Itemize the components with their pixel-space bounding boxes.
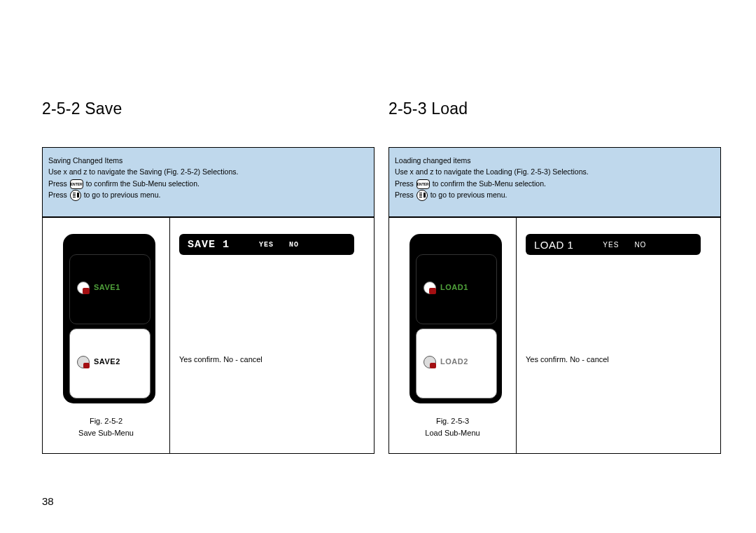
bar-option-no: NO [289,241,299,249]
save-slot-2: SAVE2 [69,328,150,399]
info-line: Press to go to previous menu. [48,189,368,201]
text: to confirm the Sub-Menu selection. [86,179,200,188]
load-slot-1: LOAD1 [416,254,497,324]
bar-option-yes: YES [603,241,619,249]
info-box-save: Saving Changed Items Use x and z to navi… [42,147,374,217]
bar-title: SAVE 1 [188,239,230,251]
text: to go to previous menu. [430,191,507,199]
disc-icon [77,356,90,368]
enter-button-icon: ENTER [416,179,430,189]
info-line: Loading changed items [395,155,715,166]
confirm-hint: Yes confirm. No - cancel [179,355,262,364]
enter-button-icon: ENTER [70,179,83,189]
info-line: Saving Changed Items [48,155,368,166]
figure-caption: Fig. 2-5-2 Save Sub-Menu [43,415,169,439]
save-slot-1: SAVE1 [69,254,150,324]
divider [169,218,170,453]
section-heading-load: 2-5-3 Load [388,99,468,118]
caption-name: Load Sub-Menu [425,429,479,437]
text: to go to previous menu. [84,191,161,199]
caption-fig: Fig. 2-5-2 [90,417,122,425]
disc-icon [424,356,436,368]
divider [516,218,517,453]
info-line: Use x and z to navigate the Loading (Fig… [395,166,715,177]
info-line: Use x and z to navigate the Saving (Fig.… [48,166,368,177]
bar-option-yes: YES [259,241,274,249]
bar-option-no: NO [634,241,646,249]
text: Press [395,191,414,199]
page-number: 38 [42,495,54,507]
slot-label: SAVE2 [94,357,120,366]
slot-label: SAVE1 [94,283,120,291]
menu-button-icon [70,190,81,201]
text: Press [48,191,67,199]
info-line: Press ENTER to confirm the Sub-Menu sele… [395,178,715,189]
caption-name: Save Sub-Menu [78,429,134,437]
text: Press [395,179,414,188]
device-screen: SAVE1 SAVE2 [64,235,155,403]
figure-caption: Fig. 2-5-3 Load Sub-Menu [389,415,516,439]
menu-button-icon [416,190,428,201]
prompt-bar-load: LOAD 1 YES NO [526,234,701,255]
device-screen: LOAD1 LOAD2 [410,235,501,403]
info-line: Press ENTER to confirm the Sub-Menu sele… [48,178,368,189]
confirm-hint: Yes confirm. No - cancel [526,355,609,364]
caption-fig: Fig. 2-5-3 [436,417,469,425]
disc-icon [424,282,436,294]
text: Press [48,179,67,188]
info-box-load: Loading changed items Use x and z to nav… [388,147,721,217]
figure-box-save: SAVE1 SAVE2 SAVE 1 YES NO Yes confirm. N… [42,217,374,454]
text: to confirm the Sub-Menu selection. [433,179,546,188]
disc-icon [77,282,90,294]
slot-label: LOAD2 [440,357,468,366]
load-slot-2: LOAD2 [416,328,497,399]
info-line: Press to go to previous menu. [395,189,715,201]
slot-label: LOAD1 [440,283,468,291]
section-heading-save: 2-5-2 Save [42,99,122,118]
bar-title: LOAD 1 [534,239,573,251]
figure-box-load: LOAD1 LOAD2 LOAD 1 YES NO Yes confirm. N… [388,217,721,454]
prompt-bar-save: SAVE 1 YES NO [179,234,354,255]
